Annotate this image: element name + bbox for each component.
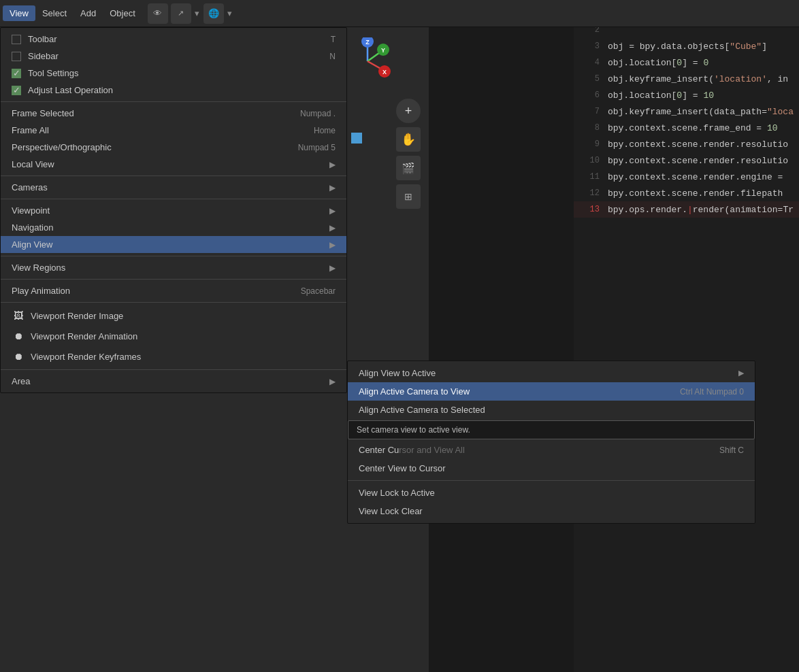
code-line-8: 8bpy.context.scene.frame_end = 10 bbox=[574, 120, 799, 136]
viewport-icon-btn[interactable]: 👁 bbox=[148, 3, 168, 24]
sidebar-checkbox[interactable] bbox=[12, 52, 21, 61]
code-line-10: 10bpy.context.scene.render.resolutio bbox=[574, 152, 799, 169]
menu-navigation[interactable]: Navigation ▶ bbox=[1, 219, 346, 236]
submenu-center-cursor-view-all[interactable]: Center Cursor and View All Shift C bbox=[348, 441, 755, 459]
separator-5 bbox=[1, 279, 346, 280]
menu-perspective[interactable]: Perspective/Orthographic Numpad 5 bbox=[1, 139, 346, 156]
menu-viewport-render-keyframes[interactable]: ⏺ Viewport Render Keyframes bbox=[1, 346, 346, 367]
submenu-view-lock-to-active[interactable]: View Lock to Active bbox=[348, 484, 755, 502]
svg-text:Y: Y bbox=[381, 47, 385, 54]
tooltip-set-camera: Set camera view to active view. bbox=[348, 420, 755, 439]
code-line-3: 3obj = bpy.data.objects["Cube"] bbox=[574, 38, 799, 54]
viewport-icons: + ✋ 🎬 ⊞ bbox=[396, 99, 421, 209]
menu-select[interactable]: Select bbox=[35, 5, 74, 21]
separator-4 bbox=[1, 256, 346, 256]
hand-icon[interactable]: ✋ bbox=[396, 127, 421, 152]
menu-toolbar[interactable]: Toolbar T bbox=[1, 31, 346, 48]
viewpoint-arrow: ▶ bbox=[329, 206, 336, 216]
menu-frame-selected[interactable]: Frame Selected Numpad . bbox=[1, 105, 346, 122]
menu-viewport-render-image[interactable]: 🖼 Viewport Render Image bbox=[1, 305, 346, 326]
menu-play-animation[interactable]: Play Animation Spacebar bbox=[1, 282, 346, 299]
separator-6 bbox=[1, 302, 346, 303]
dropdown-arrow-2[interactable]: ▾ bbox=[227, 3, 233, 24]
dropdown-arrow-1[interactable]: ▾ bbox=[194, 3, 201, 24]
tool-settings-checkbox[interactable]: ✓ bbox=[12, 69, 21, 78]
svg-text:X: X bbox=[382, 69, 387, 75]
separator-2 bbox=[1, 175, 346, 176]
submenu-align-camera-to-selected[interactable]: Align Active Camera to Selected bbox=[348, 401, 755, 419]
toolbar-checkbox[interactable] bbox=[12, 35, 21, 44]
code-editor: 1import bpy 2 3obj = bpy.data.objects["C… bbox=[574, 0, 799, 672]
align-view-arrow: ▶ bbox=[329, 240, 336, 250]
grid-icon[interactable]: ⊞ bbox=[396, 184, 421, 209]
code-line-7: 7obj.keyframe_insert(data_path="loca bbox=[574, 103, 799, 120]
zoom-icon[interactable]: + bbox=[396, 99, 421, 123]
render-animation-icon: ⏺ bbox=[12, 329, 25, 343]
globe-icon-btn[interactable]: 🌐 bbox=[203, 3, 224, 24]
local-view-arrow: ▶ bbox=[329, 160, 336, 169]
transform-icon-btn[interactable]: ↗ bbox=[171, 3, 191, 24]
adjust-last-op-checkbox[interactable]: ✓ bbox=[12, 86, 21, 95]
menu-viewport-render-animation[interactable]: ⏺ Viewport Render Animation bbox=[1, 326, 346, 346]
menu-local-view[interactable]: Local View ▶ bbox=[1, 156, 346, 173]
view-regions-arrow: ▶ bbox=[329, 263, 336, 273]
menu-adjust-last-op[interactable]: ✓ Adjust Last Operation bbox=[1, 82, 346, 99]
menubar: View Select Add Object 👁 ↗ ▾ 🌐 ▾ bbox=[0, 0, 799, 27]
separator-1 bbox=[1, 101, 346, 102]
code-line-6: 6obj.location[0] = 10 bbox=[574, 87, 799, 103]
menu-viewpoint[interactable]: Viewpoint ▶ bbox=[1, 202, 346, 219]
menu-view-regions[interactable]: View Regions ▶ bbox=[1, 259, 346, 276]
code-line-11: 11bpy.context.scene.render.engine = bbox=[574, 169, 799, 185]
code-line-12: 12bpy.context.scene.render.filepath bbox=[574, 185, 799, 201]
menu-area[interactable]: Area ▶ bbox=[1, 373, 346, 390]
menu-view[interactable]: View bbox=[3, 5, 35, 21]
navigation-arrow: ▶ bbox=[329, 223, 336, 233]
code-line-5: 5obj.keyframe_insert('location', in bbox=[574, 71, 799, 87]
separator-7 bbox=[1, 369, 346, 370]
render-image-icon: 🖼 bbox=[12, 309, 25, 322]
code-line-4: 4obj.location[0] = 0 bbox=[574, 54, 799, 71]
render-keyframes-icon: ⏺ bbox=[12, 350, 25, 363]
svg-text:Z: Z bbox=[365, 39, 370, 46]
view-dropdown: Toolbar T Sidebar N ✓ Tool Settings ✓ Ad… bbox=[0, 27, 347, 393]
menu-object[interactable]: Object bbox=[103, 5, 142, 21]
menu-cameras[interactable]: Cameras ▶ bbox=[1, 179, 346, 196]
separator-3 bbox=[1, 199, 346, 199]
axis-gizmo: Z Y X bbox=[344, 37, 391, 85]
align-view-submenu: Align View to Active ▶ Align Active Came… bbox=[347, 360, 755, 524]
align-active-arrow: ▶ bbox=[738, 369, 744, 377]
menu-add[interactable]: Add bbox=[74, 5, 103, 21]
submenu-align-view-to-active[interactable]: Align View to Active ▶ bbox=[348, 364, 755, 382]
submenu-separator bbox=[348, 480, 755, 481]
submenu-align-camera-to-view[interactable]: Align Active Camera to View Ctrl Alt Num… bbox=[348, 382, 755, 401]
camera-icon[interactable]: 🎬 bbox=[396, 156, 421, 180]
area-arrow: ▶ bbox=[329, 377, 336, 386]
code-line-9: 9bpy.context.scene.render.resolutio bbox=[574, 136, 799, 152]
menu-align-view[interactable]: Align View ▶ bbox=[1, 236, 346, 253]
code-line-13: 13bpy.ops.render.|render(animation=Tr bbox=[574, 201, 799, 218]
submenu-center-view-to-cursor[interactable]: Center View to Cursor bbox=[348, 459, 755, 477]
submenu-view-lock-clear[interactable]: View Lock Clear bbox=[348, 502, 755, 520]
menu-tool-settings[interactable]: ✓ Tool Settings bbox=[1, 65, 346, 82]
menu-frame-all[interactable]: Frame All Home bbox=[1, 122, 346, 139]
viewport-dot bbox=[351, 133, 362, 144]
cameras-arrow: ▶ bbox=[329, 183, 336, 192]
menu-sidebar[interactable]: Sidebar N bbox=[1, 48, 346, 65]
